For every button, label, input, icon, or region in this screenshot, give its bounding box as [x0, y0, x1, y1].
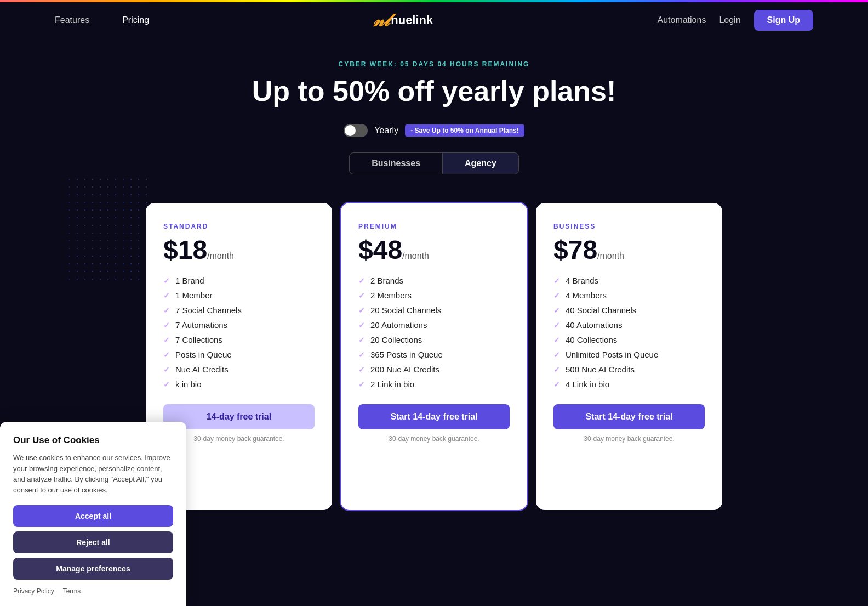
- list-item: ✓40 Collections: [553, 335, 705, 344]
- toggle-label: Yearly: [374, 126, 398, 135]
- tab-businesses[interactable]: Businesses: [349, 152, 442, 174]
- logo-text: nuelink: [391, 13, 433, 27]
- check-icon: ✓: [553, 336, 560, 344]
- list-item: ✓7 Social Channels: [163, 305, 315, 315]
- premium-price: $48/month: [358, 235, 510, 265]
- list-item: ✓Nue AI Credits: [163, 365, 315, 374]
- check-icon: ✓: [163, 291, 170, 300]
- save-badge: - Save Up to 50% on Annual Plans!: [405, 124, 524, 137]
- list-item: ✓7 Automations: [163, 320, 315, 330]
- login-button[interactable]: Login: [719, 15, 740, 25]
- premium-money-back: 30-day money back guarantee.: [358, 435, 510, 443]
- list-item: ✓365 Posts in Queue: [358, 350, 510, 359]
- list-item: ✓20 Automations: [358, 320, 510, 330]
- check-icon: ✓: [553, 276, 560, 285]
- premium-features-list: ✓2 Brands ✓2 Members ✓20 Social Channels…: [358, 276, 510, 389]
- list-item: ✓2 Members: [358, 291, 510, 300]
- manage-preferences-button[interactable]: Manage preferences: [13, 558, 173, 580]
- business-features-list: ✓4 Brands ✓4 Members ✓40 Social Channels…: [553, 276, 705, 389]
- check-icon: ✓: [163, 276, 170, 285]
- nav-left-links: Features Pricing: [55, 15, 149, 25]
- list-item: ✓20 Social Channels: [358, 305, 510, 315]
- cookie-banner: Our Use of Cookies We use cookies to enh…: [0, 422, 186, 606]
- check-icon: ✓: [358, 291, 365, 300]
- list-item: ✓1 Brand: [163, 276, 315, 285]
- list-item: ✓20 Collections: [358, 335, 510, 344]
- check-icon: ✓: [553, 380, 560, 389]
- list-item: ✓1 Member: [163, 291, 315, 300]
- list-item: ✓2 Link in bio: [358, 380, 510, 389]
- reject-all-button[interactable]: Reject all: [13, 531, 173, 553]
- nav-pricing-link[interactable]: Pricing: [122, 15, 149, 25]
- business-plan-card: BUSINESS $78/month ✓4 Brands ✓4 Members …: [536, 203, 722, 510]
- list-item: ✓200 Nue AI Credits: [358, 365, 510, 374]
- billing-toggle-row: Yearly - Save Up to 50% on Annual Plans!: [11, 124, 857, 137]
- check-icon: ✓: [358, 350, 365, 359]
- list-item: ✓4 Members: [553, 291, 705, 300]
- check-icon: ✓: [553, 306, 560, 315]
- check-icon: ✓: [163, 306, 170, 315]
- standard-features-list: ✓1 Brand ✓1 Member ✓7 Social Channels ✓7…: [163, 276, 315, 389]
- cyber-week-badge: CYBER WEEK: 05 DAYS 04 HOURS REMAINING: [11, 60, 857, 68]
- logo[interactable]: 𝓃𝓁 nuelink: [373, 10, 433, 31]
- nav-features-link[interactable]: Features: [55, 15, 89, 25]
- nav-automations-link[interactable]: Automations: [657, 15, 706, 25]
- accept-all-button[interactable]: Accept all: [13, 505, 173, 527]
- list-item: ✓40 Social Channels: [553, 305, 705, 315]
- check-icon: ✓: [358, 365, 365, 374]
- business-price: $78/month: [553, 235, 705, 265]
- premium-plan-card: PREMIUM $48/month ✓2 Brands ✓2 Members ✓…: [341, 203, 527, 510]
- hero-section: CYBER WEEK: 05 DAYS 04 HOURS REMAINING U…: [0, 38, 868, 203]
- check-icon: ✓: [553, 350, 560, 359]
- business-money-back: 30-day money back guarantee.: [553, 435, 705, 443]
- hero-title: Up to 50% off yearly plans!: [11, 75, 857, 107]
- cookie-footer: Privacy Policy Terms: [13, 587, 173, 595]
- plan-tabs: Businesses Agency: [11, 152, 857, 174]
- check-icon: ✓: [553, 365, 560, 374]
- logo-icon: 𝓃𝓁: [373, 10, 389, 31]
- terms-link[interactable]: Terms: [63, 587, 81, 595]
- tab-agency[interactable]: Agency: [442, 152, 519, 174]
- check-icon: ✓: [163, 336, 170, 344]
- list-item: ✓Posts in Queue: [163, 350, 315, 359]
- check-icon: ✓: [163, 350, 170, 359]
- check-icon: ✓: [358, 306, 365, 315]
- check-icon: ✓: [358, 380, 365, 389]
- navbar: Features Pricing 𝓃𝓁 nuelink Automations …: [0, 2, 868, 38]
- premium-trial-button[interactable]: Start 14-day free trial: [358, 404, 510, 429]
- standard-price: $18/month: [163, 235, 315, 265]
- standard-tier-label: STANDARD: [163, 223, 315, 230]
- list-item: ✓Unlimited Posts in Queue: [553, 350, 705, 359]
- standard-trial-button[interactable]: 14-day free trial: [163, 404, 315, 429]
- yearly-toggle[interactable]: [344, 124, 368, 137]
- cookie-title: Our Use of Cookies: [13, 435, 173, 446]
- check-icon: ✓: [163, 380, 170, 389]
- check-icon: ✓: [163, 365, 170, 374]
- signup-button[interactable]: Sign Up: [754, 10, 813, 31]
- list-item: ✓40 Automations: [553, 320, 705, 330]
- check-icon: ✓: [553, 291, 560, 300]
- check-icon: ✓: [358, 276, 365, 285]
- list-item: ✓k in bio: [163, 380, 315, 389]
- nav-right-links: Automations Login Sign Up: [657, 10, 813, 31]
- list-item: ✓500 Nue AI Credits: [553, 365, 705, 374]
- list-item: ✓4 Link in bio: [553, 380, 705, 389]
- check-icon: ✓: [553, 321, 560, 330]
- privacy-policy-link[interactable]: Privacy Policy: [13, 587, 54, 595]
- cookie-description: We use cookies to enhance our services, …: [13, 452, 173, 495]
- list-item: ✓2 Brands: [358, 276, 510, 285]
- check-icon: ✓: [358, 336, 365, 344]
- premium-tier-label: PREMIUM: [358, 223, 510, 230]
- business-tier-label: BUSINESS: [553, 223, 705, 230]
- check-icon: ✓: [358, 321, 365, 330]
- list-item: ✓7 Collections: [163, 335, 315, 344]
- check-icon: ✓: [163, 321, 170, 330]
- business-trial-button[interactable]: Start 14-day free trial: [553, 404, 705, 429]
- list-item: ✓4 Brands: [553, 276, 705, 285]
